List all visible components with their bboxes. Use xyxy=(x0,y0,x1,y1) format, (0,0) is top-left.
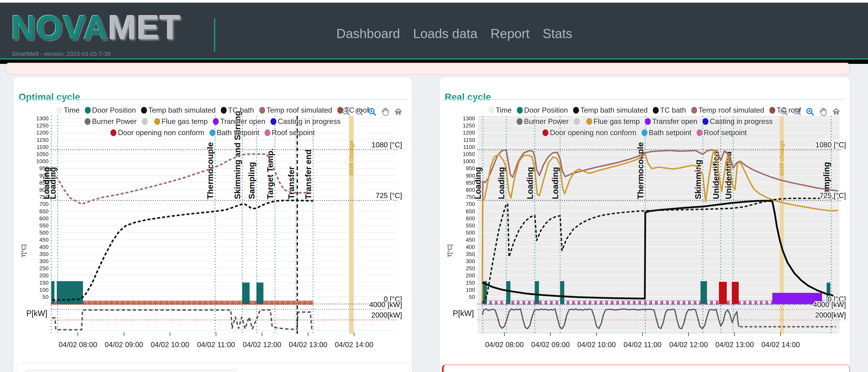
y-tick-label: 450 xyxy=(466,237,475,243)
legend-label: TC bath xyxy=(660,106,686,115)
y-tick-label: 1000 xyxy=(463,158,475,164)
y-tick-label: 900 xyxy=(39,173,49,179)
legend-item-bath-setpoint[interactable]: Bath setpoint xyxy=(210,129,259,137)
y-tick-label: 400 xyxy=(39,244,49,250)
nav-item-report[interactable]: Report xyxy=(491,26,530,41)
home-icon[interactable] xyxy=(832,107,841,116)
legend-item-door-position[interactable]: Door Position xyxy=(517,106,568,115)
shift-change-label: Shift change xyxy=(348,141,354,176)
legend-item-unnamed[interactable] xyxy=(142,117,149,126)
nav-item-stats[interactable]: Stats xyxy=(543,26,572,41)
y-tick-label: 850 xyxy=(466,180,475,186)
legend-dot xyxy=(653,107,659,114)
legend-dot xyxy=(489,107,494,114)
legend-item-tc-bath[interactable]: TC bath xyxy=(221,106,254,115)
ref-label-2000kW: 2000[kW] xyxy=(815,311,846,319)
legend-item-roof-setpoint[interactable]: Roof setpoint xyxy=(265,129,315,137)
legend-item-time[interactable]: Time xyxy=(56,106,80,115)
nav-item-loads-data[interactable]: Loads data xyxy=(413,26,477,41)
legend-item-time[interactable]: Time xyxy=(489,106,512,115)
ref-label-725C: 725 [°C] xyxy=(819,191,846,199)
legend-dot xyxy=(573,107,579,114)
x-tick-label: 04/02 08:00 xyxy=(59,341,97,349)
legend-dot xyxy=(265,129,271,136)
zoom-out-icon[interactable] xyxy=(793,107,802,116)
legend-item-transfer-open[interactable]: Transfer open xyxy=(213,117,265,126)
legend-dot xyxy=(142,118,148,125)
legend-dot xyxy=(213,118,219,125)
legend-item-temp-bath-simulated[interactable]: Temp bath simulated xyxy=(141,106,216,115)
real-cycle-panel: Shift changeLoadingLoadingLoadingLoading… xyxy=(439,77,850,372)
legend-item-transfer-open[interactable]: Transfer open xyxy=(645,117,698,126)
ref-label-725C: 725 [°C] xyxy=(376,191,402,199)
legend-item-tc-bath[interactable]: TC bath xyxy=(653,106,686,115)
zoom-out-icon[interactable] xyxy=(355,107,364,116)
legend-dot xyxy=(141,107,147,114)
y-tick-label: 1150 xyxy=(37,137,49,143)
legend-label: Burner Power xyxy=(92,117,136,126)
legend-label: TC bath xyxy=(228,106,254,115)
legend-dot xyxy=(517,118,523,125)
x-tick-label: 04/02 09:00 xyxy=(105,341,143,349)
event-label-target-temp-: Target Temp. xyxy=(266,149,275,199)
y-tick-label: 150 xyxy=(39,280,49,286)
legend-item-flue-gas-temp[interactable]: Flue gas temp xyxy=(154,117,208,126)
legend-dot xyxy=(642,129,647,136)
legend-item-casting-in-progress[interactable]: Casting in progress xyxy=(271,117,341,126)
legend-item-burner-power[interactable]: Burner Power xyxy=(517,117,568,126)
legend-dot xyxy=(210,129,215,136)
legend-item-roof-setpoint[interactable]: Roof setpoint xyxy=(696,129,747,137)
legend-item-flue-gas-temp[interactable]: Flue gas temp xyxy=(586,117,640,126)
legend-item-bath-setpoint[interactable]: Bath setpoint xyxy=(642,129,691,137)
pan-icon[interactable] xyxy=(381,107,390,116)
event-label-loading: Loading xyxy=(551,167,560,199)
home-icon[interactable] xyxy=(394,107,403,116)
logo-text-primary: NOVA xyxy=(11,8,108,46)
legend-item-unnamed[interactable] xyxy=(574,117,581,126)
event-label-transfer-end: Transfer end xyxy=(304,150,313,199)
legend-item-temp-roof-simulated[interactable]: Temp roof simulated xyxy=(691,106,764,115)
legend-item-door-position[interactable]: Door Position xyxy=(85,106,136,115)
legend-label: Temp roof simulated xyxy=(699,106,764,115)
y-tick-label: 1000 xyxy=(36,158,49,164)
legend-item-burner-power[interactable]: Burner Power xyxy=(85,117,136,126)
legend-item-temp-bath-simulated[interactable]: Temp bath simulated xyxy=(573,106,648,115)
legend-item-casting-in-progress[interactable]: Casting in progress xyxy=(703,117,773,126)
nav-item-dashboard[interactable]: Dashboard xyxy=(336,26,400,41)
zoom-in-icon[interactable] xyxy=(780,107,789,116)
legend-row-2: Burner PowerFlue gas tempTransfer openCa… xyxy=(439,117,850,126)
legend-dot xyxy=(259,107,265,114)
y-tick-label: 600 xyxy=(39,215,49,221)
y-tick-label: 750 xyxy=(39,194,49,200)
x-tick-label: 04/02 10:00 xyxy=(151,341,189,349)
legend-item-door-opening-non-conform[interactable]: Door opening non conform xyxy=(542,129,636,137)
x-tick-label: 04/02 12:00 xyxy=(669,341,708,349)
legend-label: Casting in progress xyxy=(278,117,341,126)
legend-label: Time xyxy=(496,106,512,115)
y-tick-label: 50 xyxy=(42,294,49,300)
legend-row-3: Door opening non conformBath setpointRoo… xyxy=(439,129,850,137)
legend-label: Casting in progress xyxy=(710,117,773,126)
zoom-select-icon[interactable] xyxy=(806,107,815,116)
x-tick-label: 04/02 12:00 xyxy=(243,341,281,349)
legend-item-temp-roof-simulated[interactable]: Temp roof simulated xyxy=(259,106,332,115)
legend-label: Roof setpoint xyxy=(704,129,747,137)
y2-axis-title: P[kW] xyxy=(453,309,474,317)
event-label-loading: Loading xyxy=(525,167,535,199)
logo-text-secondary: MET xyxy=(108,8,181,46)
pan-icon[interactable] xyxy=(819,107,828,116)
legend-label: Door opening non conform xyxy=(550,129,636,137)
y-tick-label: 100 xyxy=(39,287,49,293)
legend-item-door-opening-non-conform[interactable]: Door opening non conform xyxy=(111,129,204,137)
ref-label-4000kW: 4000 [kW] xyxy=(813,301,846,309)
zoom-in-icon[interactable] xyxy=(342,107,351,116)
y2-axis-title: P[kW] xyxy=(26,309,48,317)
x-tick-label: 04/02 13:00 xyxy=(289,341,327,349)
y-tick-label: 500 xyxy=(39,229,49,236)
legend-label: Door Position xyxy=(524,106,568,115)
logo-divider xyxy=(214,19,215,52)
y-tick-label: 700 xyxy=(466,201,475,207)
y-axis-title: T[°C] xyxy=(21,244,27,257)
zoom-select-icon[interactable] xyxy=(368,107,377,116)
ref-label-2000kW: 2000[kW] xyxy=(371,311,402,319)
